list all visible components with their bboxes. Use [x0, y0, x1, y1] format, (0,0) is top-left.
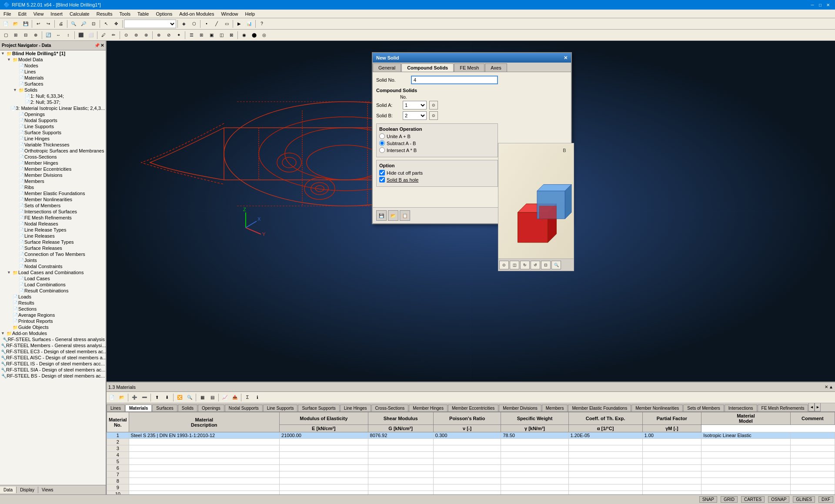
- dlg-tab-compound[interactable]: Compound Solids: [401, 63, 454, 72]
- menu-help[interactable]: Help: [242, 10, 259, 18]
- solid-a-select[interactable]: 1 2 3: [403, 101, 427, 109]
- tree-item[interactable]: 🔧RF-STEEL BS - Design of steel members a…: [0, 373, 106, 379]
- table-tab-member-hinges[interactable]: Member Hinges: [409, 405, 448, 411]
- bt-sort[interactable]: 🔀: [175, 393, 184, 402]
- dlg-tab-femesh[interactable]: FE Mesh: [454, 63, 484, 72]
- menu-insert[interactable]: Insert: [47, 10, 66, 18]
- tree-item[interactable]: 📄Members: [0, 178, 106, 184]
- print-btn[interactable]: 🖨: [56, 19, 66, 29]
- preview-btn4[interactable]: ↺: [531, 261, 540, 269]
- table-row[interactable]: 6: [107, 465, 835, 471]
- table-tab-openings[interactable]: Openings: [198, 405, 224, 411]
- open-btn[interactable]: 📂: [11, 19, 20, 29]
- solid-b-pick-btn[interactable]: ⊙: [429, 111, 438, 120]
- res-btn[interactable]: 📊: [244, 19, 254, 29]
- table-tab-nodal-supports[interactable]: Nodal Supports: [225, 405, 263, 411]
- t2-extra3[interactable]: ◎: [259, 30, 269, 40]
- surf-btn[interactable]: ▭: [222, 19, 231, 29]
- bt-col[interactable]: ▦: [197, 393, 207, 402]
- tree-item[interactable]: 📄Line Release Types: [0, 227, 106, 233]
- t2-btn11[interactable]: ✏: [109, 30, 118, 40]
- bt-dn[interactable]: ⬇: [162, 393, 172, 402]
- wire-btn[interactable]: ⬡: [189, 19, 199, 29]
- t2-btn4[interactable]: ⊕: [31, 30, 40, 40]
- node-btn[interactable]: •: [202, 19, 211, 29]
- hide-cut-checkbox[interactable]: [379, 170, 385, 176]
- tree-item[interactable]: 📄Sets of Members: [0, 202, 106, 209]
- t2-btn1[interactable]: ▢: [1, 30, 10, 40]
- preview-btn3[interactable]: ↻: [520, 261, 530, 269]
- solid-a-pick-btn[interactable]: ⊙: [429, 101, 438, 109]
- unite-radio[interactable]: [379, 133, 385, 139]
- tree-item[interactable]: 🔧RF-STEEL EC3 - Design of steel members …: [0, 348, 106, 355]
- tree-item[interactable]: 📄Member Elastic Foundations: [0, 190, 106, 196]
- tree-item[interactable]: 📄Loads: [0, 294, 106, 300]
- t2-btn6[interactable]: ↔: [53, 30, 63, 40]
- table-tab-member-eccentricities[interactable]: Member Eccentricities: [448, 405, 498, 411]
- tree-item[interactable]: 🔧RF-STEEL SIA - Design of steel members …: [0, 367, 106, 373]
- tree-item[interactable]: 📄Cross-Sections: [0, 154, 106, 160]
- t2-misc2[interactable]: ⊞: [197, 30, 206, 40]
- menu-options[interactable]: Options: [152, 10, 176, 18]
- t2-view2[interactable]: ⊚: [131, 30, 141, 40]
- solid-b-hole-checkbox[interactable]: [379, 177, 385, 182]
- dlg-foot-btn1[interactable]: 💾: [376, 210, 387, 221]
- table-row[interactable]: 4: [107, 452, 835, 458]
- table-row[interactable]: 1Steel S 235 | DIN EN 1993-1-1:2010-1221…: [107, 432, 835, 439]
- tree-item[interactable]: ▼📁Solids: [0, 87, 106, 93]
- table-tab-member-divisions[interactable]: Member Divisions: [499, 405, 541, 411]
- tree-item[interactable]: 📄Connection of Two Members: [0, 251, 106, 257]
- help-btn[interactable]: ?: [257, 19, 267, 29]
- t2-btn9[interactable]: ⬜: [86, 30, 96, 40]
- menu-edit[interactable]: Edit: [15, 10, 30, 18]
- table-tab-cross-sections[interactable]: Cross-Sections: [371, 405, 409, 411]
- dialog-title-bar[interactable]: New Solid ✕: [373, 53, 571, 63]
- data-table[interactable]: MaterialNo. MaterialDescription Modulus …: [107, 412, 835, 494]
- tree-item[interactable]: 📄Joints: [0, 257, 106, 263]
- tree-item[interactable]: 📄Openings: [0, 111, 106, 117]
- dialog-close-btn[interactable]: ✕: [564, 55, 568, 61]
- tree-item[interactable]: 📄Result Combinations: [0, 288, 106, 294]
- preview-btn2[interactable]: ◫: [510, 261, 519, 269]
- tree-item[interactable]: ▼📁Load Cases and Combinations: [0, 269, 106, 275]
- tree-item[interactable]: 📄Nodes: [0, 63, 106, 69]
- table-tab-line-hinges[interactable]: Line Hinges: [340, 405, 371, 411]
- tree-item[interactable]: 📄Surfaces: [0, 81, 106, 87]
- tree-item[interactable]: 🔧RF-STEEL Surfaces - General stress anal…: [0, 336, 106, 342]
- solid-no-input[interactable]: [411, 76, 498, 84]
- zoom-out-btn[interactable]: 🔎: [79, 19, 88, 29]
- dlg-foot-btn3[interactable]: 📋: [400, 210, 410, 221]
- table-row[interactable]: 3: [107, 445, 835, 452]
- table-tab-fe-mesh-refinements[interactable]: FE Mesh Refinements: [758, 405, 808, 411]
- tree-container[interactable]: ▼📁Blind Hole Drilling1* [1]▼📁Model Data📄…: [0, 50, 106, 485]
- table-tab-materials[interactable]: Materials: [125, 405, 152, 411]
- tree-item[interactable]: 🔧RF-STEEL AISC - Design of steel members…: [0, 355, 106, 361]
- tree-item[interactable]: 📄Line Supports: [0, 123, 106, 129]
- status-btn-osnap[interactable]: OSNAP: [768, 496, 789, 503]
- panel-pin-btn[interactable]: 📌: [94, 43, 100, 48]
- tree-item[interactable]: 📄Line Releases: [0, 233, 106, 239]
- tree-item[interactable]: 📄Nodal Constraints: [0, 263, 106, 269]
- dlg-tab-general[interactable]: General: [373, 63, 401, 72]
- table-tab-sets-of-members[interactable]: Sets of Members: [683, 405, 724, 411]
- tree-item[interactable]: 📄Average Regions: [0, 312, 106, 318]
- zoom-in-btn[interactable]: 🔍: [69, 19, 78, 29]
- select-btn[interactable]: ↖: [101, 19, 111, 29]
- panel-close-btn[interactable]: ✕: [100, 43, 104, 48]
- t2-extra2[interactable]: ⬤: [249, 30, 259, 40]
- tab-display[interactable]: Display: [17, 487, 38, 493]
- tree-item[interactable]: 📄Nodal Releases: [0, 221, 106, 227]
- subtract-radio[interactable]: [379, 140, 385, 146]
- table-tab-members[interactable]: Members: [542, 405, 568, 411]
- table-tab-intersections[interactable]: Intersections: [725, 405, 757, 411]
- menu-table[interactable]: Table: [134, 10, 152, 18]
- t2-extra1[interactable]: ◉: [239, 30, 249, 40]
- tree-item[interactable]: 📄Line Hinges: [0, 136, 106, 142]
- tree-item[interactable]: 📄Nodal Supports: [0, 117, 106, 123]
- table-row[interactable]: 9: [107, 484, 835, 491]
- table-tab-member-nonlinearities[interactable]: Member Nonlinearities: [631, 405, 683, 411]
- table-tab-surfaces[interactable]: Surfaces: [152, 405, 177, 411]
- tabs-right-btn[interactable]: ►: [815, 403, 821, 411]
- tree-item[interactable]: 🔧RF-STEEL Members - General stress analy…: [0, 342, 106, 348]
- t2-btn3[interactable]: ⊟: [21, 30, 30, 40]
